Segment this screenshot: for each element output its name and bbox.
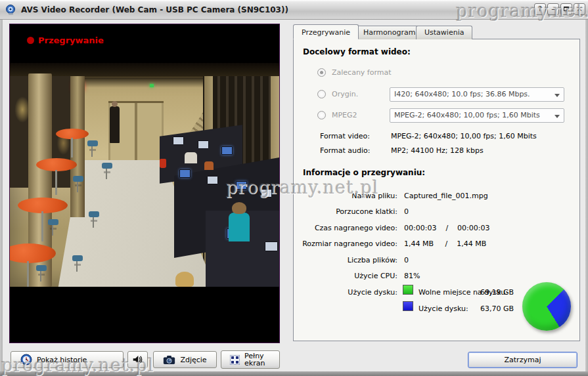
scene-table-pole (41, 211, 43, 241)
dropdown-arrow-icon (554, 94, 560, 97)
scene-green-light (150, 84, 154, 87)
scene-standing-person (110, 106, 120, 143)
titlebar[interactable]: AVS Video Recorder (Web Cam - USB PC Cam… (0, 0, 588, 20)
tab-ustawienia[interactable]: Ustawienia (416, 26, 472, 39)
fullscreen-button[interactable]: Pełny ekran (221, 350, 280, 369)
radio-mpeg2[interactable] (317, 111, 326, 119)
info-label-recorded-size: Rozmiar nagranego video: (294, 240, 397, 248)
radio-mpeg2-label: MPEG2 (332, 111, 357, 119)
radio-orygin-label: Orygin. (332, 90, 358, 98)
scene-person-orange-shirt (204, 161, 214, 170)
scene-orange-table (36, 158, 77, 171)
scene-stool (73, 176, 83, 182)
scene-stool (48, 219, 58, 225)
show-history-label: Pokaż historię (37, 356, 87, 364)
video-preview: Przegrywanie (9, 24, 280, 343)
stop-button[interactable]: Zatrzymaj (468, 352, 577, 368)
radio-zalecany-format-label: Zalecany format (332, 68, 392, 77)
scene-stool (87, 140, 98, 146)
app-icon (5, 4, 17, 16)
format-video-value: MPEG-2; 640x480; 10,00 fps; 1,60 Mbits (391, 132, 537, 140)
camera-icon (163, 355, 175, 365)
format-audio-value: MP2; 44100 Hz; 128 kbps (391, 146, 484, 155)
window-title: AVS Video Recorder (Web Cam - USB PC Cam… (21, 5, 288, 14)
info-label-dropped-frames: Porzucone klatki: (294, 207, 397, 216)
help-button[interactable]: ? (534, 3, 546, 15)
scene-monitor (207, 176, 218, 184)
scene-monitor (236, 181, 247, 190)
info-label-filename: Nazwa pliku: (294, 192, 397, 200)
section-heading-format: Docelowy format wideo: (303, 47, 411, 56)
info-label-disk-usage: Użycie dysku: (294, 288, 397, 297)
legend-used-space-value: 63,70 GB (480, 304, 514, 313)
info-value-dropped-frames: 0 (404, 207, 409, 216)
format-video-label: Format video: (320, 132, 370, 140)
history-clock-icon (20, 354, 32, 366)
scene-table-pole (27, 261, 29, 287)
combo-original-format-value: I420; 640x480; 10.0 fps; 36.86 Mbps. (394, 90, 530, 98)
info-label-file-count: Liczba plików: (294, 256, 397, 264)
close-button[interactable]: × (574, 3, 585, 15)
legend-free-space-swatch (403, 285, 413, 295)
scene-red-bucket (160, 159, 166, 168)
scene-monitor (261, 189, 272, 198)
window-edge-right (585, 20, 588, 371)
webcam-scene (10, 63, 279, 287)
recording-indicator: Przegrywanie (27, 35, 104, 45)
legend-free-space-value: 69,19 GB (480, 288, 514, 297)
radio-zalecany-format[interactable] (317, 68, 326, 77)
window-edge-bottom (0, 371, 588, 376)
stop-label: Zatrzymaj (505, 356, 541, 364)
fullscreen-icon (230, 355, 240, 365)
scene-person-white-shirt (185, 152, 197, 163)
combo-mpeg2-format-value: MPEG-2; 640x480; 10,00 fps; 1,60 Mbits (394, 111, 540, 119)
scene-stool (102, 163, 112, 169)
tab-przegrywanie[interactable]: Przegrywanie (293, 24, 359, 39)
dropdown-arrow-icon (554, 115, 560, 118)
sound-button[interactable] (127, 351, 148, 368)
tab-harmonogram[interactable]: Harmonogram (355, 26, 424, 39)
scene-stool (72, 255, 83, 261)
tab-panel-przegrywanie: Docelowy format wideo: Zalecany format O… (293, 39, 580, 341)
combo-original-format[interactable]: I420; 640x480; 10.0 fps; 36.86 Mbps. (390, 87, 564, 102)
info-value-cpu-usage: 81% (404, 272, 420, 280)
info-value-file-count: 0 (404, 256, 409, 264)
info-value-filename: Captured_file_001.mpg (404, 192, 488, 200)
scene-table-pole (71, 138, 73, 157)
scene-stool (36, 265, 47, 271)
scene-monitor (198, 140, 209, 149)
legend-used-space-swatch (403, 301, 413, 311)
info-value-recorded-size: 1,44 MB / 1,44 MB (404, 240, 486, 248)
section-heading-info: Informacje o przegrywaniu: (303, 168, 425, 177)
scene-person-teal-shirt (229, 213, 250, 241)
info-label-recorded-time: Czas nagranego video: (294, 224, 397, 232)
disk-usage-pie-chart (522, 282, 571, 331)
show-history-button[interactable]: Pokaż historię (11, 351, 124, 368)
speaker-icon (132, 354, 143, 365)
scene-monitor (221, 146, 233, 155)
maximize-button[interactable] (560, 3, 572, 15)
info-label-cpu-usage: Użycie CPU: (294, 272, 397, 280)
scene-monitor (173, 136, 184, 145)
snapshot-label: Zdjęcie (180, 356, 206, 364)
app-window: AVS Video Recorder (Web Cam - USB PC Cam… (0, 0, 588, 376)
radio-orygin[interactable] (317, 90, 326, 98)
maximize-icon (564, 7, 569, 11)
record-dot-icon (27, 37, 34, 44)
legend-used-space-label: Użycie dysku: (418, 304, 468, 313)
scene-table-pole (55, 170, 57, 195)
combo-mpeg2-format[interactable]: MPEG-2; 640x480; 10,00 fps; 1,60 Mbits (390, 108, 564, 123)
recording-indicator-label: Przegrywanie (38, 35, 104, 45)
fullscreen-label: Pełny ekran (244, 352, 271, 367)
format-audio-label: Format audio: (320, 146, 370, 155)
info-value-recorded-time: 00:00:03 / 00:00:03 (404, 224, 490, 232)
scene-monitor (265, 241, 278, 251)
scene-stool (89, 211, 99, 217)
minimize-button[interactable]: – (547, 3, 559, 15)
scene-person-blonde (175, 272, 194, 287)
scene-monitor (179, 169, 191, 178)
window-edge-left (0, 20, 3, 371)
snapshot-button[interactable]: Zdjęcie (153, 351, 217, 368)
